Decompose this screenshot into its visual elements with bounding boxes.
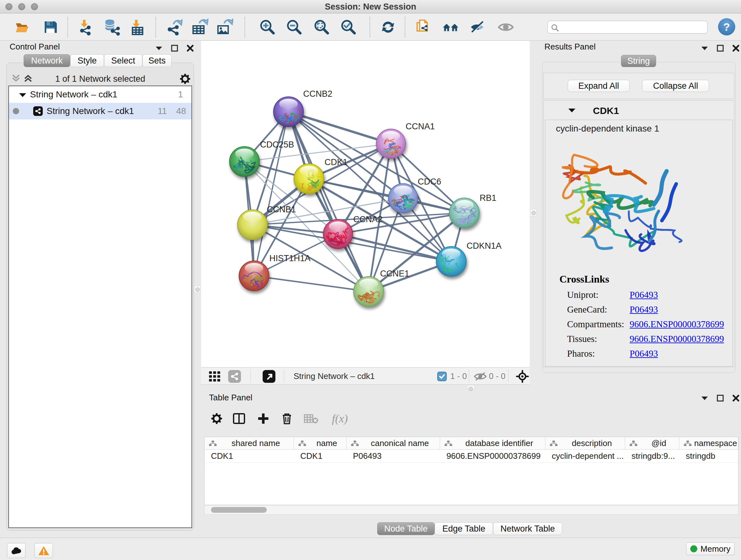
export-network-icon[interactable]	[165, 18, 183, 36]
control-panel-close-icon[interactable]	[186, 44, 194, 52]
birdseye-grid-icon[interactable]	[207, 368, 223, 385]
selected-checkbox-icon[interactable]	[437, 372, 447, 381]
cloud-button[interactable]	[7, 543, 25, 558]
network-options-gear-icon[interactable]	[179, 73, 191, 84]
column-header-description[interactable]: description	[545, 437, 625, 449]
tab-node-table[interactable]: Node Table	[377, 522, 434, 535]
edge-CCNB2-CCNA1[interactable]	[288, 112, 391, 144]
node-CDC6[interactable]: CDC6	[388, 177, 441, 218]
network-collection-row[interactable]: String Network – cdk1 1	[9, 87, 192, 103]
left-splitter-handle[interactable]	[194, 286, 200, 293]
control-panel-float-icon[interactable]	[171, 45, 178, 52]
home-pair-icon[interactable]	[442, 18, 460, 36]
crosslink-label: GeneCard:	[567, 304, 607, 315]
table-cell[interactable]: P06493	[347, 449, 440, 462]
network-row-selected[interactable]: String Network – cdk1 11 48	[9, 103, 192, 119]
tab-style[interactable]: Style	[70, 54, 104, 67]
memory-button[interactable]: Memory	[686, 543, 735, 555]
delete-column-icon[interactable]	[278, 410, 295, 427]
table-panel-close-icon[interactable]	[732, 394, 740, 402]
table-panel-float-icon[interactable]	[717, 395, 724, 401]
node-CCNB2[interactable]: CCNB2	[272, 89, 332, 134]
add-column-icon[interactable]	[255, 410, 272, 427]
network-canvas[interactable]: CCNB2CCNA1CDC25BCDK1CDC6RB1CCNB1CCNA2CDK…	[201, 41, 530, 367]
tab-edge-table[interactable]: Edge Table	[434, 522, 493, 535]
open-in-window-icon[interactable]	[261, 368, 277, 385]
edge-CCNB2-RB1[interactable]	[288, 112, 464, 213]
results-panel-close-icon[interactable]	[732, 44, 740, 52]
column-header-database-identifier[interactable]: database identifier	[440, 437, 545, 449]
warning-button[interactable]	[35, 543, 53, 558]
crosslink-value[interactable]: 9606.ENSP00000378699	[630, 319, 724, 329]
tab-network[interactable]: Network	[23, 54, 70, 67]
node-CCNA1[interactable]: CCNA1	[368, 122, 435, 169]
expand-all-button[interactable]: Expand All	[568, 80, 630, 92]
open-file-icon[interactable]	[13, 18, 31, 36]
hide-details-icon[interactable]	[468, 18, 486, 36]
network-share-grey-icon[interactable]	[226, 368, 243, 385]
save-session-icon[interactable]	[42, 18, 59, 36]
import-network-database-icon[interactable]	[102, 18, 120, 36]
copy-share-icon[interactable]	[414, 18, 432, 36]
help-icon[interactable]: ?	[718, 18, 735, 36]
tab-network-table[interactable]: Network Table	[493, 522, 562, 535]
crosslink-value[interactable]: P06493	[630, 304, 658, 315]
node-RB1[interactable]: RB1	[448, 193, 496, 233]
crosslink-value[interactable]: P06493	[630, 290, 658, 300]
column-header-namespace[interactable]: namespace	[679, 437, 739, 449]
tree-expander-icon[interactable]	[18, 92, 27, 98]
refresh-icon[interactable]	[379, 18, 397, 36]
table-cell[interactable]: CDK1	[205, 449, 294, 462]
edge-CCNB2-HIST1H1A[interactable]	[254, 112, 288, 276]
zoom-out-icon[interactable]	[285, 18, 303, 36]
crosslink-value[interactable]: P06493	[630, 348, 658, 359]
network-graph[interactable]: CCNB2CCNA1CDC25BCDK1CDC6RB1CCNB1CCNA2CDK…	[201, 41, 530, 367]
column-header-id[interactable]: @id	[625, 437, 679, 449]
table-panel-menu-icon[interactable]	[701, 396, 709, 400]
export-table-icon[interactable]	[191, 18, 208, 36]
show-details-icon[interactable]	[497, 18, 515, 36]
table-cell[interactable]: stringdb	[679, 449, 739, 462]
table-horizontal-scrollbar[interactable]	[204, 505, 738, 515]
zoom-in-icon[interactable]	[259, 18, 276, 36]
zoom-selected-icon[interactable]	[340, 18, 357, 36]
table-row[interactable]: CDK1CDK1P064939606.ENSP00000378699cyclin…	[205, 449, 738, 462]
collapse-all-button[interactable]: Collapse All	[642, 80, 709, 92]
control-panel-menu-icon[interactable]	[155, 46, 163, 51]
table-settings-icon[interactable]	[208, 410, 225, 427]
tab-sets[interactable]: Sets	[142, 54, 172, 67]
crosslink-value[interactable]: 9606.ENSP00000378699	[630, 334, 724, 344]
node-CDC25B[interactable]: CDC25B	[222, 140, 294, 191]
column-header-name[interactable]: name	[294, 437, 347, 449]
table-cell[interactable]: 9606.ENSP00000378699	[440, 449, 545, 462]
protein-expander-icon[interactable]	[568, 108, 576, 113]
node-CCNE1[interactable]: CCNE1	[349, 269, 409, 319]
horizontal-splitter-handle[interactable]	[467, 385, 474, 390]
column-header-shared-name[interactable]: shared name	[205, 437, 294, 449]
right-splitter-handle[interactable]	[530, 209, 536, 216]
search-input[interactable]	[560, 22, 704, 33]
table-cell[interactable]: cyclin-dependent ...	[545, 449, 625, 462]
zoom-fit-icon[interactable]	[313, 18, 331, 36]
results-panel-float-icon[interactable]	[717, 45, 724, 52]
results-panel-menu-icon[interactable]	[701, 46, 709, 51]
node-HIST1H1A[interactable]: HIST1H1A	[233, 253, 311, 294]
import-network-file-icon[interactable]	[76, 18, 93, 36]
search-icon	[551, 23, 559, 32]
table-cell[interactable]: stringdb:9...	[625, 449, 679, 462]
tab-select[interactable]: Select	[104, 54, 142, 67]
import-table-icon[interactable]	[128, 18, 145, 36]
protein-section-header[interactable]: CDK1	[543, 105, 734, 116]
warning-icon	[38, 546, 50, 556]
tab-string[interactable]: String	[621, 55, 656, 67]
edge-HIST1H1A-CCNE1[interactable]	[254, 276, 368, 292]
scrollbar-thumb[interactable]	[211, 507, 267, 513]
table-cell[interactable]: CDK1	[294, 449, 347, 462]
crosslinks-section: CrossLinks Uniprot:P06493GeneCard:P06493…	[559, 273, 725, 359]
column-header-canonical-name[interactable]: canonical name	[347, 437, 440, 449]
node-label-CDK1: CDK1	[325, 158, 347, 167]
split-columns-icon[interactable]	[230, 410, 248, 427]
center-view-crosshair-icon[interactable]	[515, 370, 529, 383]
protein-details: cyclin-dependent kinase 1 CrossLinks Uni…	[545, 120, 733, 367]
export-image-icon[interactable]	[215, 18, 233, 36]
